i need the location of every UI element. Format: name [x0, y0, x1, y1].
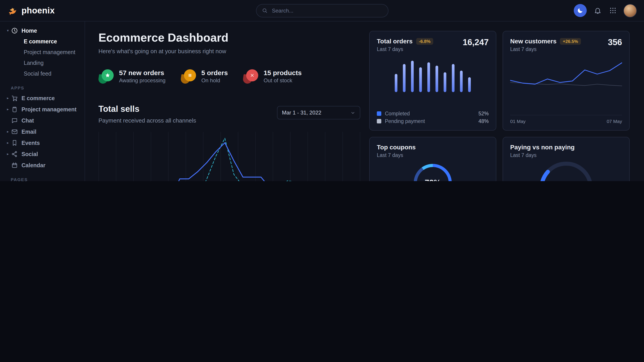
project-management-icon — [11, 106, 18, 113]
top-coupons-card: Top coupons Last 7 days 72% Percentage d… — [369, 137, 496, 181]
stat-label: Out of stock — [264, 77, 302, 84]
card-title: Top coupons — [377, 144, 489, 151]
donut-center-label: 72% — [411, 161, 454, 181]
top-navbar: phoenix — [0, 0, 644, 21]
stat-out-of-stock: 15 products Out of stock — [243, 69, 302, 84]
total-orders-card: Total orders -6.8% Last 7 days 16,247 Co… — [369, 31, 496, 131]
paying-card: Paying vs non paying Last 7 days Paying … — [502, 137, 630, 181]
total-sells-subtitle: Payment received across all channels — [98, 117, 196, 124]
user-avatar[interactable] — [624, 4, 637, 17]
caret-icon: ▸ — [5, 130, 10, 134]
home-icon — [11, 27, 18, 34]
sidebar-item-e-commerce[interactable]: E commerce — [0, 36, 84, 47]
total-sells-title: Total sells — [98, 104, 196, 114]
card-title: Total orders — [377, 37, 413, 45]
card-period: Last 7 days — [510, 46, 581, 52]
notifications-button[interactable] — [593, 6, 602, 15]
customers-x-axis: 01 May 07 May — [510, 115, 622, 124]
stat-value: 5 orders — [202, 69, 228, 76]
sidebar-section-pages: PAGES — [11, 177, 84, 181]
dashboard-left: Ecommerce Dashboard Here's what's going … — [98, 31, 360, 181]
brand-name: phoenix — [22, 5, 55, 15]
sidebar: ▾HomeE commerceProject managementLanding… — [0, 21, 85, 181]
sidebar-item-project-management[interactable]: Project management — [0, 47, 84, 58]
sidebar-nav: ▾HomeE commerceProject managementLanding… — [0, 25, 84, 181]
orders-bar-chart — [395, 56, 471, 92]
phoenix-logo-icon — [7, 5, 18, 16]
total-orders-value: 16,247 — [463, 37, 489, 47]
stat-on-hold: 5 orders On hold — [181, 69, 228, 84]
global-search[interactable] — [256, 4, 388, 17]
change-badge: +26.5% — [560, 38, 581, 44]
coupons-donut-chart: 72% — [411, 161, 454, 181]
sidebar-item-email[interactable]: ▸Email — [0, 126, 84, 137]
stat-value: 57 new orders — [119, 69, 166, 76]
pause-icon — [181, 69, 196, 83]
stat-label: On hold — [202, 77, 228, 84]
email-icon — [11, 128, 18, 135]
caret-icon: ▸ — [5, 152, 10, 156]
card-title: New customers — [510, 37, 556, 45]
stat-awating-processing: 57 new orders Awating processing — [98, 69, 166, 84]
card-period: Last 7 days — [377, 46, 433, 52]
chevron-down-icon — [350, 110, 355, 115]
sidebar-item-project-management[interactable]: ▸Project management — [0, 104, 84, 115]
global-search-input[interactable] — [271, 7, 382, 14]
paying-gauge-chart — [532, 160, 600, 181]
navbar-actions — [574, 4, 637, 17]
calendar-icon — [11, 162, 18, 169]
app-root: phoenix ▾HomeE commerceProject managemen… — [0, 0, 644, 181]
total-sells-chart: 01 May15 May30 May — [98, 130, 360, 181]
sidebar-section-apps: APPS — [11, 85, 84, 90]
legend-item-completed: Completed52% — [377, 111, 489, 116]
sidebar-item-e-commerce[interactable]: ▸E commerce — [0, 93, 84, 104]
card-period: Last 7 days — [510, 152, 622, 158]
sidebar-item-home[interactable]: ▾Home — [0, 25, 84, 36]
change-badge: -6.8% — [416, 38, 433, 44]
x-icon — [243, 69, 258, 83]
page-subtitle: Here's what's going on at your business … — [98, 48, 360, 54]
sidebar-item-landing[interactable]: Landing — [0, 58, 84, 68]
dashboard-cards: Total orders -6.8% Last 7 days 16,247 Co… — [369, 31, 630, 181]
chat-icon — [11, 117, 18, 124]
social-icon — [11, 151, 18, 157]
search-icon — [262, 7, 268, 13]
main-content: Ecommerce Dashboard Here's what's going … — [85, 21, 644, 181]
orders-legend: Completed52%Pending payment48% — [377, 111, 489, 124]
events-icon — [11, 139, 18, 146]
layout: ▾HomeE commerceProject managementLanding… — [0, 21, 644, 181]
cust-x-left: 01 May — [510, 118, 526, 124]
sidebar-item-social[interactable]: ▸Social — [0, 148, 84, 160]
dashboard-top: Ecommerce Dashboard Here's what's going … — [85, 31, 644, 181]
legend-item-pending-payment: Pending payment48% — [377, 118, 489, 124]
star-fill-icon — [98, 69, 114, 83]
new-customers-card: New customers +26.5% Last 7 days 356 01 … — [502, 31, 630, 131]
sidebar-item-calendar[interactable]: Calendar — [0, 160, 84, 171]
page-title: Ecommerce Dashboard — [98, 31, 360, 45]
stat-label: Awating processing — [119, 77, 166, 84]
grid-icon — [609, 7, 616, 14]
e-commerce-icon — [11, 95, 18, 101]
new-customers-value: 356 — [608, 37, 622, 47]
card-title: Paying vs non paying — [510, 144, 622, 151]
date-range-value: Mar 1 - 31, 2022 — [282, 110, 321, 116]
caret-icon: ▸ — [5, 107, 10, 111]
caret-icon: ▾ — [5, 29, 10, 33]
theme-toggle-button[interactable] — [574, 4, 587, 17]
stat-value: 15 products — [264, 69, 302, 76]
total-sells-header: Total sells Payment received across all … — [98, 104, 360, 124]
bell-icon — [594, 7, 601, 14]
card-period: Last 7 days — [377, 152, 489, 158]
brand[interactable]: phoenix — [7, 5, 55, 16]
date-range-select[interactable]: Mar 1 - 31, 2022 — [277, 106, 360, 119]
caret-icon: ▸ — [5, 96, 10, 100]
cust-x-right: 07 May — [607, 118, 622, 124]
sidebar-item-chat[interactable]: Chat — [0, 115, 84, 126]
customers-line-chart — [510, 58, 622, 98]
moon-icon — [577, 7, 584, 14]
sidebar-item-events[interactable]: ▸Events — [0, 137, 84, 148]
caret-icon: ▸ — [5, 141, 10, 145]
apps-grid-button[interactable] — [608, 6, 617, 15]
sidebar-item-social-feed[interactable]: Social feed — [0, 68, 84, 79]
stats-row: 57 new orders Awating processing 5 order… — [98, 69, 360, 84]
